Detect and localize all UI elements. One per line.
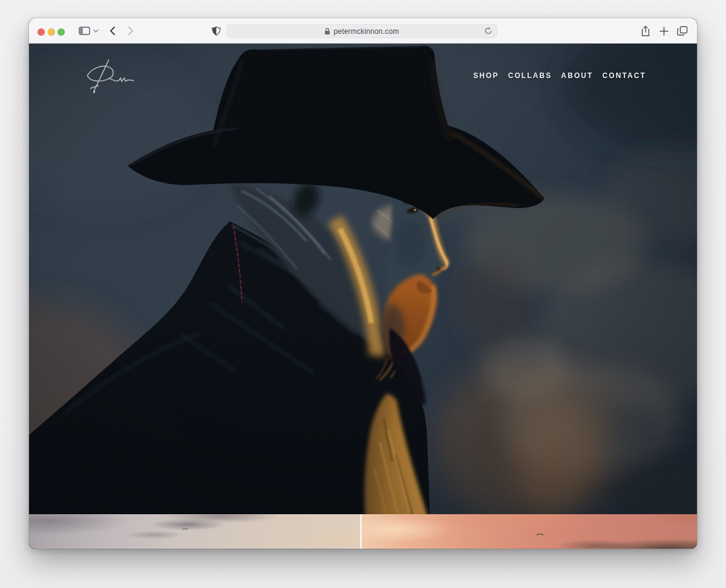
reload-icon[interactable] [484, 27, 492, 38]
back-icon[interactable] [110, 25, 116, 37]
privacy-shield-icon[interactable] [212, 25, 221, 37]
bird-icon [182, 528, 189, 531]
browser-titlebar: petermckinnon.com [29, 18, 697, 44]
safari-window: petermckinnon.com [29, 18, 697, 549]
zoom-button[interactable] [57, 28, 65, 36]
webpage: SHOP COLLABS ABOUT CONTACT [29, 44, 697, 549]
hero-portrait-art [29, 44, 697, 514]
share-icon[interactable] [641, 25, 650, 37]
site-header: SHOP COLLABS ABOUT CONTACT [29, 44, 697, 110]
lock-icon [324, 28, 330, 35]
nav-shop[interactable]: SHOP [473, 71, 499, 80]
bird-icon [536, 532, 544, 537]
minimize-button[interactable] [48, 28, 55, 36]
nav-contact[interactable]: CONTACT [603, 71, 646, 80]
url-text: petermckinnon.com [333, 27, 399, 36]
desktop: { "browser": { "url": "petermckinnon.com… [0, 0, 726, 588]
logo-signature[interactable] [77, 57, 137, 100]
tabs-overview-icon[interactable] [677, 25, 688, 37]
nav-collabs[interactable]: COLLABS [508, 71, 552, 80]
gallery-strip [29, 514, 697, 549]
chevron-down-icon[interactable] [93, 25, 99, 37]
nav-about[interactable]: ABOUT [561, 71, 593, 80]
gallery-image-dawn-sky [29, 514, 360, 549]
new-tab-icon[interactable] [659, 25, 669, 37]
forward-icon[interactable] [128, 25, 134, 37]
main-nav: SHOP COLLABS ABOUT CONTACT [473, 71, 646, 80]
hero-image: SHOP COLLABS ABOUT CONTACT [29, 44, 697, 514]
address-bar[interactable]: petermckinnon.com [226, 24, 497, 38]
close-button[interactable] [38, 28, 45, 36]
sidebar-icon[interactable] [79, 25, 90, 37]
gallery-image-sunset-sky [362, 514, 697, 549]
